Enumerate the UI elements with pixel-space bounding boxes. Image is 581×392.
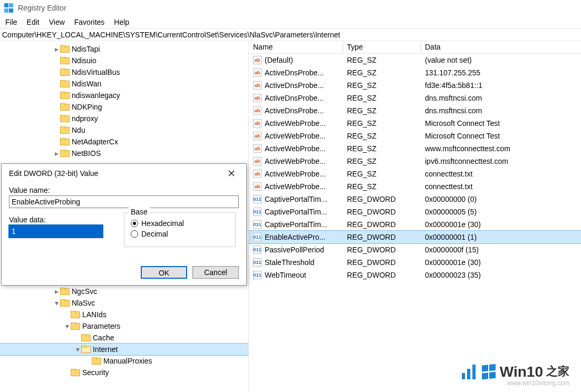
tree-item[interactable]: NdisVirtualBus [0,66,248,78]
value-name-input[interactable] [9,195,239,208]
tree-item[interactable]: Parameters [0,320,248,332]
list-pane[interactable]: Name Type Data ab(Default)REG_SZ(value n… [249,41,581,392]
tree-item[interactable]: NDKPing [0,101,248,113]
string-value-icon: ab [253,81,262,90]
string-value-icon: ab [253,94,262,102]
value-data-label: Value data: [9,215,114,224]
list-row[interactable]: abActiveDnsProbe...REG_SZdns.msftncsi.co… [249,104,581,117]
tree-item[interactable]: Ndisuio [0,55,248,66]
list-row[interactable]: abActiveWebProbe...REG_SZMicrosoft Conne… [249,117,581,130]
folder-icon [81,346,90,353]
list-header: Name Type Data [249,41,581,54]
chevron-down-icon[interactable] [74,346,81,353]
chevron-down-icon[interactable] [53,299,60,307]
chevron-right-icon[interactable] [53,150,60,157]
value-type: REG_DWORD [343,208,421,216]
tree-item-label: Internet [93,345,118,354]
menu-file[interactable]: File [5,18,17,26]
list-row[interactable]: 011PassivePollPeriodREG_DWORD0x0000000f … [249,243,581,256]
cancel-button[interactable]: Cancel [192,266,239,279]
tree-item[interactable]: NdisTapi [0,43,248,55]
tree-item[interactable]: NgcSvc [0,286,248,297]
list-row[interactable]: 011StaleThresholdREG_DWORD0x0000001e (30… [249,256,581,269]
menu-view[interactable]: View [49,18,65,26]
tree-item[interactable]: ndiswanlegacy [0,90,248,101]
value-type: REG_SZ [343,144,421,153]
value-name: ActiveDnsProbe... [265,68,324,77]
chevron-right-icon[interactable] [53,45,60,53]
titlebar: Registry Editor [0,0,581,16]
menu-edit[interactable]: Edit [27,18,40,26]
list-row[interactable]: abActiveDnsProbe...REG_SZ131.107.255.255 [249,66,581,79]
list-row[interactable]: abActiveWebProbe...REG_SZconnecttest.txt [249,168,581,180]
folder-icon [71,369,79,376]
string-value-icon: ab [253,56,262,64]
folder-icon [60,103,69,111]
value-type: REG_SZ [343,132,421,140]
value-data: connecttest.txt [421,170,581,178]
chevron-down-icon[interactable] [63,322,71,330]
column-name[interactable]: Name [249,41,343,53]
tree-item[interactable]: NdisWan [0,78,248,90]
folder-icon [60,299,69,307]
list-row[interactable]: 011CaptivePortalTim...REG_DWORD0x0000000… [249,205,581,218]
list-row[interactable]: abActiveWebProbe...REG_SZconnecttest.txt [249,180,581,193]
list-row[interactable]: 011WebTimeoutREG_DWORD0x00000023 (35) [249,269,581,281]
list-row[interactable]: abActiveWebProbe...REG_SZMicrosoft Conne… [249,130,581,142]
value-type: REG_SZ [343,170,421,178]
chevron-right-icon[interactable] [53,288,60,295]
list-row[interactable]: 011CaptivePortalTim...REG_DWORD0x0000000… [249,193,581,205]
menu-help[interactable]: Help [114,18,129,26]
list-row[interactable]: abActiveWebProbe...REG_SZipv6.msftconnec… [249,155,581,168]
tree-item-label: NDKPing [72,103,102,111]
dword-value-icon: 011 [253,195,262,203]
tree-item[interactable]: ManualProxies [0,355,248,367]
tree-item[interactable]: NetBIOS [0,148,248,159]
value-name: (Default) [265,56,293,64]
folder-icon [71,322,79,330]
folder-icon [60,45,69,53]
folder-icon [60,57,69,64]
value-data-input[interactable] [9,225,103,238]
value-name: ActiveDnsProbe... [265,81,324,90]
list-row[interactable]: abActiveDnsProbe...REG_SZdns.msftncsi.co… [249,92,581,104]
column-type[interactable]: Type [343,41,421,53]
tree-item[interactable]: Security [0,367,248,378]
column-data[interactable]: Data [421,41,581,53]
menu-favorites[interactable]: Favorites [74,18,105,26]
tree-item[interactable]: Cache [0,332,248,344]
folder-icon [60,126,69,134]
list-row[interactable]: abActiveDnsProbe...REG_SZfd3e:4f5a:5b81:… [249,79,581,92]
tree-item[interactable]: Ndu [0,124,248,136]
string-value-icon: ab [253,68,262,77]
list-row[interactable]: 011EnableActivePro...REG_DWORD0x00000001… [249,231,581,243]
ok-button[interactable]: OK [141,266,187,279]
address-bar[interactable]: Computer\HKEY_LOCAL_MACHINE\SYSTEM\Curre… [0,28,581,41]
list-row[interactable]: abActiveWebProbe...REG_SZwww.msftconnect… [249,142,581,155]
tree-item-label: ndproxy [72,114,98,123]
tree-item[interactable]: NlaSvc [0,297,248,309]
folder-icon [60,115,69,122]
value-type: REG_SZ [343,68,421,77]
value-data: dns.msftncsi.com [421,106,581,115]
value-data: 0x00000001 (1) [421,233,581,241]
tree-item[interactable]: ndproxy [0,113,248,124]
value-data: connecttest.txt [421,182,581,191]
close-button[interactable] [222,167,241,180]
dword-value-icon: 011 [253,233,262,241]
tree-item-label: Security [82,368,109,377]
tree-item[interactable]: NetAdapterCx [0,136,248,148]
folder-icon [60,92,69,99]
radio-decimal[interactable]: Decimal [131,230,229,238]
value-type: REG_SZ [343,94,421,102]
tree-item-label: NdisTapi [72,45,100,53]
list-row[interactable]: ab(Default)REG_SZ(value not set) [249,54,581,66]
radio-hexadecimal[interactable]: Hexadecimal [131,219,229,228]
string-value-icon: ab [253,144,262,153]
dword-value-icon: 011 [253,258,262,267]
list-row[interactable]: 011CaptivePortalTim...REG_DWORD0x0000001… [249,218,581,231]
tree-item-label: NetAdapterCx [72,138,118,146]
value-type: REG_SZ [343,182,421,191]
tree-item[interactable]: Internet [0,344,248,355]
tree-item[interactable]: LANIds [0,309,248,320]
